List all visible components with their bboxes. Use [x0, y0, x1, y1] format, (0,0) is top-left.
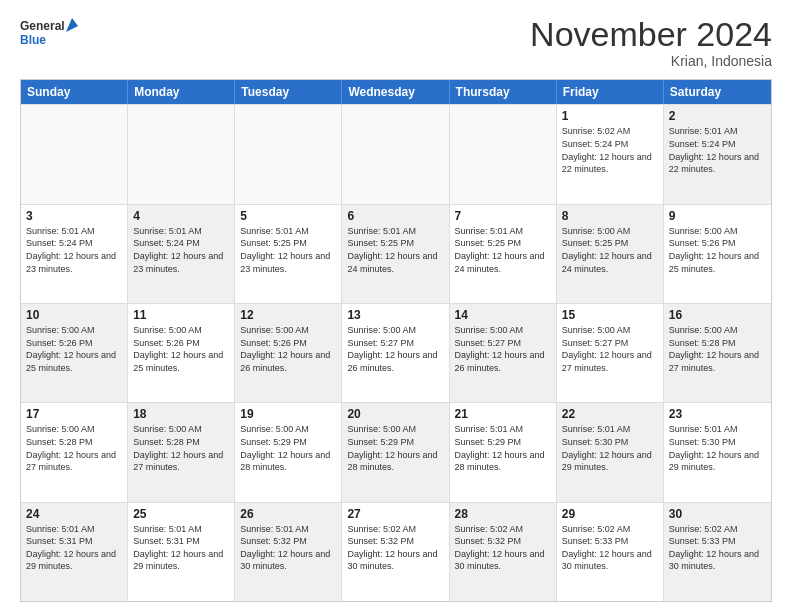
day-number: 28 — [455, 507, 551, 521]
day-number: 7 — [455, 209, 551, 223]
day-cell-7: 7 Sunrise: 5:01 AM Sunset: 5:25 PM Dayli… — [450, 205, 557, 303]
day-number: 27 — [347, 507, 443, 521]
day-cell-28: 28 Sunrise: 5:02 AM Sunset: 5:32 PM Dayl… — [450, 503, 557, 601]
day-info: Sunrise: 5:00 AM Sunset: 5:29 PM Dayligh… — [240, 423, 336, 473]
day-number: 12 — [240, 308, 336, 322]
week-row-0: 1 Sunrise: 5:02 AM Sunset: 5:24 PM Dayli… — [21, 104, 771, 203]
svg-marker-2 — [66, 18, 78, 32]
day-number: 19 — [240, 407, 336, 421]
day-info: Sunrise: 5:01 AM Sunset: 5:31 PM Dayligh… — [133, 523, 229, 573]
day-cell-21: 21 Sunrise: 5:01 AM Sunset: 5:29 PM Dayl… — [450, 403, 557, 501]
day-cell-18: 18 Sunrise: 5:00 AM Sunset: 5:28 PM Dayl… — [128, 403, 235, 501]
page: General Blue November 2024 Krian, Indone… — [0, 0, 792, 612]
day-number: 8 — [562, 209, 658, 223]
day-info: Sunrise: 5:01 AM Sunset: 5:25 PM Dayligh… — [347, 225, 443, 275]
day-cell-24: 24 Sunrise: 5:01 AM Sunset: 5:31 PM Dayl… — [21, 503, 128, 601]
header-thursday: Thursday — [450, 80, 557, 104]
day-number: 15 — [562, 308, 658, 322]
day-info: Sunrise: 5:02 AM Sunset: 5:33 PM Dayligh… — [669, 523, 766, 573]
day-cell-1: 1 Sunrise: 5:02 AM Sunset: 5:24 PM Dayli… — [557, 105, 664, 203]
day-cell-8: 8 Sunrise: 5:00 AM Sunset: 5:25 PM Dayli… — [557, 205, 664, 303]
day-info: Sunrise: 5:02 AM Sunset: 5:24 PM Dayligh… — [562, 125, 658, 175]
day-cell-22: 22 Sunrise: 5:01 AM Sunset: 5:30 PM Dayl… — [557, 403, 664, 501]
svg-text:Blue: Blue — [20, 33, 46, 47]
day-number: 24 — [26, 507, 122, 521]
header-monday: Monday — [128, 80, 235, 104]
day-cell-10: 10 Sunrise: 5:00 AM Sunset: 5:26 PM Dayl… — [21, 304, 128, 402]
logo: General Blue — [20, 16, 80, 54]
day-info: Sunrise: 5:01 AM Sunset: 5:30 PM Dayligh… — [669, 423, 766, 473]
day-info: Sunrise: 5:01 AM Sunset: 5:32 PM Dayligh… — [240, 523, 336, 573]
day-number: 25 — [133, 507, 229, 521]
day-cell-2: 2 Sunrise: 5:01 AM Sunset: 5:24 PM Dayli… — [664, 105, 771, 203]
day-info: Sunrise: 5:02 AM Sunset: 5:32 PM Dayligh… — [455, 523, 551, 573]
day-cell-26: 26 Sunrise: 5:01 AM Sunset: 5:32 PM Dayl… — [235, 503, 342, 601]
week-row-3: 17 Sunrise: 5:00 AM Sunset: 5:28 PM Dayl… — [21, 402, 771, 501]
day-cell-30: 30 Sunrise: 5:02 AM Sunset: 5:33 PM Dayl… — [664, 503, 771, 601]
day-cell-17: 17 Sunrise: 5:00 AM Sunset: 5:28 PM Dayl… — [21, 403, 128, 501]
day-number: 16 — [669, 308, 766, 322]
calendar-header: Sunday Monday Tuesday Wednesday Thursday… — [21, 80, 771, 104]
day-cell-19: 19 Sunrise: 5:00 AM Sunset: 5:29 PM Dayl… — [235, 403, 342, 501]
day-number: 20 — [347, 407, 443, 421]
day-cell-4: 4 Sunrise: 5:01 AM Sunset: 5:24 PM Dayli… — [128, 205, 235, 303]
day-cell-5: 5 Sunrise: 5:01 AM Sunset: 5:25 PM Dayli… — [235, 205, 342, 303]
day-number: 3 — [26, 209, 122, 223]
day-info: Sunrise: 5:01 AM Sunset: 5:24 PM Dayligh… — [669, 125, 766, 175]
day-cell-6: 6 Sunrise: 5:01 AM Sunset: 5:25 PM Dayli… — [342, 205, 449, 303]
day-number: 11 — [133, 308, 229, 322]
calendar: Sunday Monday Tuesday Wednesday Thursday… — [20, 79, 772, 602]
day-cell-empty-0-4 — [450, 105, 557, 203]
day-number: 1 — [562, 109, 658, 123]
day-info: Sunrise: 5:01 AM Sunset: 5:29 PM Dayligh… — [455, 423, 551, 473]
day-cell-14: 14 Sunrise: 5:00 AM Sunset: 5:27 PM Dayl… — [450, 304, 557, 402]
day-cell-empty-0-3 — [342, 105, 449, 203]
day-number: 10 — [26, 308, 122, 322]
day-number: 21 — [455, 407, 551, 421]
day-number: 29 — [562, 507, 658, 521]
day-info: Sunrise: 5:00 AM Sunset: 5:27 PM Dayligh… — [562, 324, 658, 374]
day-cell-20: 20 Sunrise: 5:00 AM Sunset: 5:29 PM Dayl… — [342, 403, 449, 501]
day-cell-empty-0-2 — [235, 105, 342, 203]
calendar-body: 1 Sunrise: 5:02 AM Sunset: 5:24 PM Dayli… — [21, 104, 771, 601]
title-area: November 2024 Krian, Indonesia — [530, 16, 772, 69]
day-info: Sunrise: 5:01 AM Sunset: 5:25 PM Dayligh… — [455, 225, 551, 275]
month-title: November 2024 — [530, 16, 772, 53]
day-info: Sunrise: 5:00 AM Sunset: 5:26 PM Dayligh… — [26, 324, 122, 374]
day-number: 26 — [240, 507, 336, 521]
day-info: Sunrise: 5:00 AM Sunset: 5:26 PM Dayligh… — [240, 324, 336, 374]
day-info: Sunrise: 5:01 AM Sunset: 5:25 PM Dayligh… — [240, 225, 336, 275]
week-row-4: 24 Sunrise: 5:01 AM Sunset: 5:31 PM Dayl… — [21, 502, 771, 601]
day-cell-3: 3 Sunrise: 5:01 AM Sunset: 5:24 PM Dayli… — [21, 205, 128, 303]
day-cell-empty-0-0 — [21, 105, 128, 203]
header-sunday: Sunday — [21, 80, 128, 104]
header-wednesday: Wednesday — [342, 80, 449, 104]
day-number: 6 — [347, 209, 443, 223]
day-cell-16: 16 Sunrise: 5:00 AM Sunset: 5:28 PM Dayl… — [664, 304, 771, 402]
day-info: Sunrise: 5:00 AM Sunset: 5:27 PM Dayligh… — [347, 324, 443, 374]
svg-text:General: General — [20, 19, 65, 33]
day-info: Sunrise: 5:01 AM Sunset: 5:31 PM Dayligh… — [26, 523, 122, 573]
day-number: 9 — [669, 209, 766, 223]
day-cell-15: 15 Sunrise: 5:00 AM Sunset: 5:27 PM Dayl… — [557, 304, 664, 402]
day-number: 2 — [669, 109, 766, 123]
day-cell-12: 12 Sunrise: 5:00 AM Sunset: 5:26 PM Dayl… — [235, 304, 342, 402]
day-info: Sunrise: 5:00 AM Sunset: 5:28 PM Dayligh… — [669, 324, 766, 374]
day-cell-25: 25 Sunrise: 5:01 AM Sunset: 5:31 PM Dayl… — [128, 503, 235, 601]
day-info: Sunrise: 5:00 AM Sunset: 5:28 PM Dayligh… — [133, 423, 229, 473]
header: General Blue November 2024 Krian, Indone… — [20, 16, 772, 69]
day-info: Sunrise: 5:00 AM Sunset: 5:26 PM Dayligh… — [669, 225, 766, 275]
day-number: 30 — [669, 507, 766, 521]
day-cell-13: 13 Sunrise: 5:00 AM Sunset: 5:27 PM Dayl… — [342, 304, 449, 402]
day-info: Sunrise: 5:01 AM Sunset: 5:24 PM Dayligh… — [26, 225, 122, 275]
day-info: Sunrise: 5:00 AM Sunset: 5:25 PM Dayligh… — [562, 225, 658, 275]
header-friday: Friday — [557, 80, 664, 104]
day-info: Sunrise: 5:01 AM Sunset: 5:30 PM Dayligh… — [562, 423, 658, 473]
day-cell-empty-0-1 — [128, 105, 235, 203]
day-number: 23 — [669, 407, 766, 421]
day-info: Sunrise: 5:00 AM Sunset: 5:29 PM Dayligh… — [347, 423, 443, 473]
day-cell-29: 29 Sunrise: 5:02 AM Sunset: 5:33 PM Dayl… — [557, 503, 664, 601]
day-number: 22 — [562, 407, 658, 421]
week-row-2: 10 Sunrise: 5:00 AM Sunset: 5:26 PM Dayl… — [21, 303, 771, 402]
day-cell-27: 27 Sunrise: 5:02 AM Sunset: 5:32 PM Dayl… — [342, 503, 449, 601]
